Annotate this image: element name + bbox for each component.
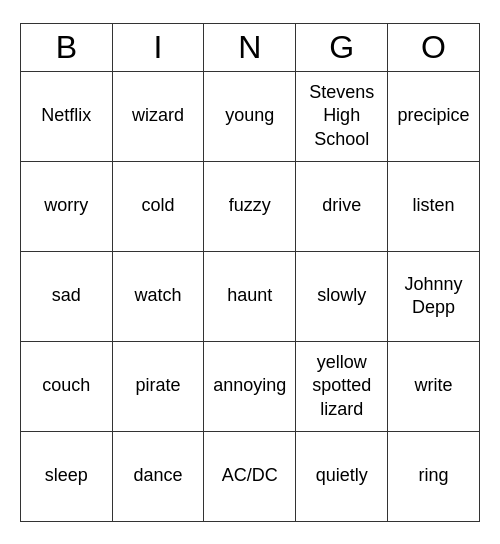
bingo-cell-1-2: fuzzy xyxy=(204,161,296,251)
bingo-cell-2-4: Johnny Depp xyxy=(388,251,480,341)
header-letter-G: G xyxy=(296,23,388,71)
bingo-cell-1-1: cold xyxy=(112,161,204,251)
bingo-table: BINGO NetflixwizardyoungStevens High Sch… xyxy=(20,23,480,522)
bingo-cell-0-1: wizard xyxy=(112,71,204,161)
bingo-row-0: NetflixwizardyoungStevens High Schoolpre… xyxy=(21,71,480,161)
bingo-cell-2-1: watch xyxy=(112,251,204,341)
bingo-cell-3-3: yellow spotted lizard xyxy=(296,341,388,431)
bingo-cell-1-3: drive xyxy=(296,161,388,251)
bingo-cell-1-0: worry xyxy=(21,161,113,251)
bingo-cell-0-4: precipice xyxy=(388,71,480,161)
bingo-cell-1-4: listen xyxy=(388,161,480,251)
bingo-cell-0-0: Netflix xyxy=(21,71,113,161)
bingo-cell-4-4: ring xyxy=(388,431,480,521)
bingo-cell-4-3: quietly xyxy=(296,431,388,521)
bingo-cell-2-3: slowly xyxy=(296,251,388,341)
bingo-cell-4-0: sleep xyxy=(21,431,113,521)
bingo-row-4: sleepdanceAC/DCquietlyring xyxy=(21,431,480,521)
bingo-header-row: BINGO xyxy=(21,23,480,71)
header-letter-N: N xyxy=(204,23,296,71)
bingo-cell-3-0: couch xyxy=(21,341,113,431)
bingo-cell-0-3: Stevens High School xyxy=(296,71,388,161)
bingo-cell-2-2: haunt xyxy=(204,251,296,341)
header-letter-O: O xyxy=(388,23,480,71)
bingo-card: BINGO NetflixwizardyoungStevens High Sch… xyxy=(20,23,480,522)
bingo-cell-3-1: pirate xyxy=(112,341,204,431)
bingo-cell-4-2: AC/DC xyxy=(204,431,296,521)
bingo-row-2: sadwatchhauntslowlyJohnny Depp xyxy=(21,251,480,341)
bingo-cell-2-0: sad xyxy=(21,251,113,341)
bingo-cell-3-4: write xyxy=(388,341,480,431)
header-letter-I: I xyxy=(112,23,204,71)
bingo-cell-4-1: dance xyxy=(112,431,204,521)
bingo-row-3: couchpirateannoyingyellow spotted lizard… xyxy=(21,341,480,431)
bingo-cell-3-2: annoying xyxy=(204,341,296,431)
bingo-row-1: worrycoldfuzzydrivelisten xyxy=(21,161,480,251)
header-letter-B: B xyxy=(21,23,113,71)
bingo-cell-0-2: young xyxy=(204,71,296,161)
